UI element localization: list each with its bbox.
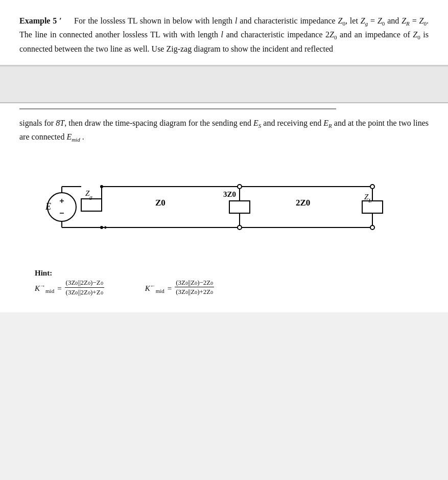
- hints-area: Hint: K→mid = (3Z₀||2Z₀)−Z₀ (3Z₀||2Z₀)+Z…: [19, 267, 429, 298]
- k-backward-denominator: (3Z₀||Z₀)+2Z₀: [175, 287, 214, 296]
- example-label: Example 5 ′: [19, 16, 62, 25]
- circuit-svg: E Zg: [25, 156, 423, 258]
- page-top-section: Example 5 ′ For the lossless TL shown in…: [0, 0, 448, 66]
- svg-point-24: [238, 225, 242, 230]
- 3z0-label: 3Z0: [223, 190, 236, 198]
- k-forward-fraction: (3Z₀||2Z₀)−Z₀ (3Z₀||2Z₀)+Z₀: [65, 279, 104, 296]
- circuit-diagram: E Zg: [19, 156, 429, 258]
- hint-block-2: K←mid = (3Z₀||Z₀)−2Z₀ (3Z₀||Z₀)+2Z₀: [145, 267, 215, 297]
- divider-section: [0, 103, 448, 109]
- svg-point-23: [238, 185, 242, 189]
- 2z0-label: 2Z0: [296, 198, 310, 208]
- svg-marker-28: [105, 226, 108, 229]
- svg-point-0: [48, 193, 76, 221]
- k-forward-label: K→mid: [35, 282, 54, 295]
- signals-text: signals for 8T, then draw the time-spaci…: [19, 117, 429, 145]
- k-backward-fraction: (3Z₀||Z₀)−2Z₀ (3Z₀||Z₀)+2Z₀: [175, 279, 214, 296]
- page-bottom-section: signals for 8T, then draw the time-spaci…: [0, 109, 448, 312]
- svg-point-26: [370, 225, 374, 230]
- zg-label: Zg: [85, 189, 92, 200]
- hint-label: Hint:: [35, 267, 104, 279]
- e-label: E: [45, 201, 51, 212]
- problem-text: Example 5 ′ For the lossless TL shown in…: [19, 14, 429, 56]
- svg-point-25: [370, 185, 374, 189]
- k-backward-eq: =: [168, 283, 172, 294]
- svg-rect-4: [81, 199, 102, 211]
- k-forward-row: K→mid = (3Z₀||2Z₀)−Z₀ (3Z₀||2Z₀)+Z₀: [35, 280, 104, 297]
- k-forward-numerator: (3Z₀||2Z₀)−Z₀: [65, 279, 104, 288]
- k-backward-row: K←mid = (3Z₀||Z₀)−2Z₀ (3Z₀||Z₀)+2Z₀: [145, 280, 215, 297]
- hint-block-1: Hint: K→mid = (3Z₀||2Z₀)−Z₀ (3Z₀||2Z₀)+Z…: [35, 267, 104, 298]
- z0-label: Z0: [155, 198, 166, 208]
- k-forward-denominator: (3Z₀||2Z₀)+Z₀: [65, 288, 104, 296]
- svg-rect-20: [362, 201, 383, 213]
- k-backward-numerator: (3Z₀||Z₀)−2Z₀: [175, 279, 214, 288]
- k-forward-eq: =: [57, 283, 61, 294]
- page-mid-band: [0, 66, 448, 103]
- problem-intro: For the lossless TL shown in below with …: [19, 16, 429, 53]
- k-backward-label: K←mid: [145, 282, 164, 295]
- svg-rect-13: [229, 201, 250, 213]
